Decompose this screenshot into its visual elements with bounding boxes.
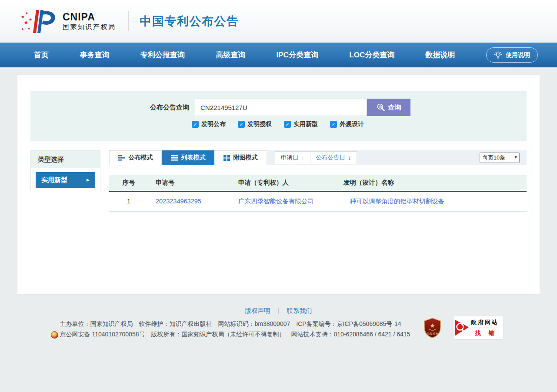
- nav-item-gazette-search[interactable]: 专利公报查询: [140, 50, 185, 60]
- search-label: 公布公告查询: [150, 103, 189, 112]
- nav-item-ipc-search[interactable]: IPC分类查询: [277, 50, 318, 60]
- publication-mode-icon: [118, 155, 125, 161]
- cell-seq: 1: [109, 191, 148, 211]
- cnipa-logo-graphic: ★ ★ ★ ★ ★ ★: [20, 8, 60, 35]
- checkbox-checked-icon: ✓: [192, 121, 199, 128]
- government-shield-badge[interactable]: ★ 党政机关: [424, 318, 441, 338]
- header-divider: [128, 11, 129, 31]
- search-panel: 公布公告查询 查询 ✓ 发明公布: [30, 91, 527, 141]
- svg-text:★: ★: [27, 27, 30, 30]
- footer-link-divider: |: [278, 307, 280, 314]
- police-badge-icon: [51, 331, 58, 339]
- column-application-no: 申请号: [148, 175, 231, 191]
- arrow-down-icon: ↓: [348, 154, 351, 161]
- search-button-label: 查询: [388, 103, 401, 112]
- svg-text:★: ★: [21, 14, 25, 19]
- applicant-link[interactable]: 广东四季智能设备有限公司: [238, 198, 314, 205]
- invention-title-link[interactable]: 一种可以调整角度的铝型材切割设备: [344, 198, 444, 205]
- search-icon: [377, 103, 385, 112]
- checkbox-checked-icon: ✓: [238, 121, 245, 128]
- checkbox-design[interactable]: ✓ 外观设计: [330, 120, 364, 128]
- svg-text:★: ★: [23, 19, 29, 26]
- column-applicant: 申请（专利权）人: [231, 175, 336, 191]
- site-header: ★ ★ ★ ★ ★ ★ CNIPA 国家知识产权局 中国专利公布公告: [0, 0, 557, 43]
- column-seq: 序号: [109, 175, 148, 191]
- main-nav: 首页 事务查询 专利公报查询 高级查询 IPC分类查询 LOC分类查询 数据说明…: [0, 43, 557, 67]
- error-badge-divider: [472, 328, 497, 328]
- list-mode-icon: [171, 155, 178, 161]
- search-button[interactable]: 查询: [367, 99, 410, 116]
- error-badge-title: 政府网站: [471, 319, 499, 326]
- nav-item-advanced-search[interactable]: 高级查询: [216, 50, 245, 60]
- sidebar-item-utility-model[interactable]: 实用新型 ▶: [36, 172, 95, 188]
- application-no-link[interactable]: 2023234963295: [156, 198, 201, 205]
- nav-item-data-description[interactable]: 数据说明: [426, 50, 455, 60]
- shield-badge-label: 党政机关: [427, 332, 439, 336]
- site-title: 中国专利公布公告: [140, 13, 239, 29]
- type-sidebar: 类型选择 实用新型 ▶: [30, 150, 100, 191]
- help-button[interactable]: 使用说明: [486, 47, 538, 63]
- checkbox-checked-icon: ✓: [284, 121, 291, 128]
- cnipa-logo: ★ ★ ★ ★ ★ ★ CNIPA 国家知识产权局: [20, 8, 116, 35]
- sort-application-date[interactable]: 申请日 ↑: [275, 152, 310, 164]
- footer-info-line2-wrap: 京公网安备 11040102700058号 版权所有：国家知识产权局（未经许可不…: [17, 331, 444, 339]
- page-size-select[interactable]: 每页10条: [480, 153, 520, 163]
- announcement-search-input[interactable]: [195, 99, 367, 116]
- site-footer: 版权声明 | 联系我们 主办单位：国家知识产权局 软件维护：知识产权出版社 网站…: [17, 307, 540, 339]
- tab-list-mode[interactable]: 列表模式: [162, 150, 214, 165]
- contact-link[interactable]: 联系我们: [287, 307, 312, 314]
- sort-publication-date[interactable]: 公布公告日 ↓: [310, 152, 357, 164]
- table-header-row: 序号 申请号 申请（专利权）人 发明（设计）名称: [109, 175, 527, 191]
- svg-text:★: ★: [25, 11, 28, 15]
- nav-item-loc-search[interactable]: LOC分类查询: [349, 50, 394, 60]
- grid-icon: [223, 155, 230, 161]
- checkbox-invention-publication[interactable]: ✓ 发明公布: [192, 120, 226, 128]
- tab-figure-mode[interactable]: 附图模式: [214, 150, 267, 165]
- results-area: 公布模式 列表模式: [109, 150, 527, 212]
- svg-text:★: ★: [430, 322, 435, 329]
- checkbox-utility-model[interactable]: ✓ 实用新型: [284, 120, 318, 128]
- logo-org-name: 国家知识产权局: [63, 23, 116, 31]
- footer-info-line1: 主办单位：国家知识产权局 软件维护：知识产权出版社 网站标识码：bm380000…: [17, 320, 444, 328]
- patent-type-filters: ✓ 发明公布 ✓ 发明授权 ✓ 实用新型 ✓ 外观设计: [192, 120, 527, 128]
- main-panel: 公布公告查询 查询 ✓ 发明公布: [17, 75, 540, 294]
- nav-item-transaction-search[interactable]: 事务查询: [80, 50, 109, 60]
- arrow-right-icon: ▶: [87, 178, 90, 182]
- site-error-badge[interactable]: 政府网站 找 错: [454, 316, 503, 339]
- lightbulb-icon: [494, 51, 502, 59]
- error-badge-flag-icon: [454, 318, 470, 338]
- sort-group: 申请日 ↑ 公布公告日 ↓: [275, 151, 357, 164]
- error-badge-action: 找 错: [475, 329, 498, 337]
- arrow-up-icon: ↑: [301, 154, 304, 161]
- nav-item-home[interactable]: 首页: [34, 50, 49, 60]
- logo-acronym: CNIPA: [63, 12, 116, 22]
- copyright-link[interactable]: 版权声明: [245, 307, 270, 314]
- checkbox-invention-grant[interactable]: ✓ 发明授权: [238, 120, 272, 128]
- sidebar-title: 类型选择: [31, 151, 100, 168]
- footer-badges: ★ 党政机关 政府网站 找 错: [424, 316, 503, 339]
- results-toolbar: 公布模式 列表模式: [109, 150, 527, 165]
- footer-info-line2: 京公网安备 11040102700058号 版权所有：国家知识产权局（未经许可不…: [60, 331, 410, 339]
- table-row: 1 2023234963295 广东四季智能设备有限公司 一种可以调整角度的铝型…: [109, 191, 527, 211]
- column-invention-title: 发明（设计）名称: [336, 175, 527, 191]
- checkbox-checked-icon: ✓: [330, 121, 337, 128]
- help-button-label: 使用说明: [506, 51, 530, 59]
- svg-text:★: ★: [21, 27, 24, 31]
- results-table: 序号 申请号 申请（专利权）人 发明（设计）名称 1 2023234963295…: [109, 175, 527, 212]
- tab-publication-mode[interactable]: 公布模式: [109, 150, 162, 165]
- svg-text:★: ★: [29, 17, 32, 22]
